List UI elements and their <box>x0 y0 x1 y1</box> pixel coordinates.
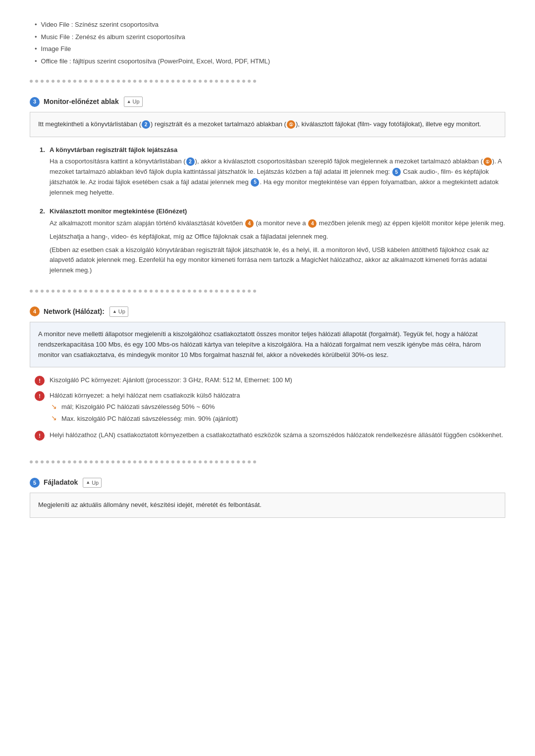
inline-1a: ① <box>483 157 492 166</box>
bullet-image: Image File <box>35 44 505 54</box>
section3-up-link[interactable]: Up <box>124 97 143 107</box>
section3-icon: 3 <box>30 97 40 107</box>
inline-5b: 5 <box>251 178 259 187</box>
section5-info-text: Megjeleníti az aktuális állomány nevét, … <box>38 501 262 508</box>
section3-item2-content: Kiválasztott monitor megtekintése (Előné… <box>50 206 505 275</box>
section3-item2-body3: (Ebben az esetben csak a kiszolgáló köny… <box>50 245 505 276</box>
divider-2 <box>30 290 505 293</box>
section5-up-link[interactable]: Up <box>83 478 102 488</box>
section3-header: 3 Monitor-előnézet ablak Up <box>30 97 505 107</box>
section3-item1-number: 1. <box>40 145 50 155</box>
inline-4a: 4 <box>245 219 254 228</box>
section4-notice3: ! Helyi hálózathoz (LAN) csatlakoztatott… <box>35 430 505 441</box>
bullet-video: Video File : Színész szerint csoportosít… <box>35 20 505 30</box>
section3-item2-number: 2. <box>40 206 50 216</box>
section4-notice1: ! Kiszolgáló PC környezet: Ajánlott (pro… <box>35 375 505 386</box>
notice3-text: Helyi hálózathoz (LAN) csatlakoztatott k… <box>50 430 503 440</box>
section4-info-text: A monitor neve melletti állapotsor megje… <box>38 330 481 358</box>
section4-sub1: ↘ mál; Kiszolgáló PC hálózati sávszéless… <box>37 402 215 412</box>
section4-up-link[interactable]: Up <box>109 306 128 317</box>
inline-2a: 2 <box>186 157 195 166</box>
section4-notices: ! Kiszolgáló PC környezet: Ajánlott (pro… <box>35 375 505 441</box>
notice2-icon: ! <box>35 391 45 401</box>
section3-info-box: Itt megtekintheti a könyvtárlistában (2)… <box>30 112 505 137</box>
section3-items: 1. A könyvtárban regisztrált fájlok lejá… <box>40 145 505 276</box>
divider-3 <box>30 460 505 463</box>
section3-title: Monitor-előnézet ablak <box>44 97 119 107</box>
bullet-music: Music File : Zenész és album szerint cso… <box>35 32 505 42</box>
inline-icon-2: 2 <box>142 120 150 129</box>
notice1-icon: ! <box>35 376 45 386</box>
section5-title: Fájladatok <box>44 477 78 488</box>
sub1-text: mál; Kiszolgáló PC hálózati sávszélesség… <box>61 402 215 412</box>
section3-item2-body1: Az alkalmazott monitor szám alapján tört… <box>50 218 505 229</box>
notice2-text: Hálózati környezet: a helyi hálózat nem … <box>50 391 240 401</box>
section4-info-box: A monitor neve melletti állapotsor megje… <box>30 322 505 367</box>
section4-notice2: ! Hálózati környezet: a helyi hálózat ne… <box>35 391 505 425</box>
section5-header: 5 Fájladatok Up <box>30 477 505 488</box>
section3-item1-content: A könyvtárban regisztrált fájlok lejátsz… <box>50 145 505 198</box>
section3-item1: 1. A könyvtárban regisztrált fájlok lejá… <box>40 145 505 198</box>
section3-info-text: Itt megtekintheti a könyvtárlistában (2)… <box>38 120 481 128</box>
section3-item1-body: Ha a csoportosításra kattint a könyvtárl… <box>50 156 505 198</box>
section4-title: Network (Hálózat): <box>44 306 105 317</box>
section4-icon: 4 <box>30 306 40 316</box>
sub2-text: Max. kiszolgáló PC hálózati sávszélesség… <box>61 414 238 424</box>
section4-header: 4 Network (Hálózat): Up <box>30 306 505 317</box>
inline-5a: 5 <box>392 168 401 176</box>
arrow1-icon: ↘ <box>50 402 58 411</box>
section3-item2: 2. Kiválasztott monitor megtekintése (El… <box>40 206 505 275</box>
section3-item2-title: Kiválasztott monitor megtekintése (Előné… <box>50 206 505 216</box>
inline-icon-1: ① <box>287 120 295 129</box>
section3-item1-title: A könyvtárban regisztrált fájlok lejátsz… <box>50 145 505 155</box>
notice1-text: Kiszolgáló PC környezet: Ajánlott (proce… <box>50 375 292 385</box>
section3-item2-body2: Lejátszhatja a hang-, video- és képfájlo… <box>50 232 505 242</box>
bullet-office: Office file : fájltípus szerint csoporto… <box>35 56 505 66</box>
divider-1 <box>30 80 505 83</box>
arrow2-icon: ↘ <box>50 414 58 423</box>
notice3-icon: ! <box>35 431 45 441</box>
inline-4b: 4 <box>308 219 317 228</box>
section4-sub2: ↘ Max. kiszolgáló PC hálózati sávszéless… <box>37 414 238 424</box>
top-bullet-list: Video File : Színész szerint csoportosít… <box>30 20 505 66</box>
section5-icon: 5 <box>30 478 40 488</box>
section5-info-box: Megjeleníti az aktuális állomány nevét, … <box>30 493 505 518</box>
